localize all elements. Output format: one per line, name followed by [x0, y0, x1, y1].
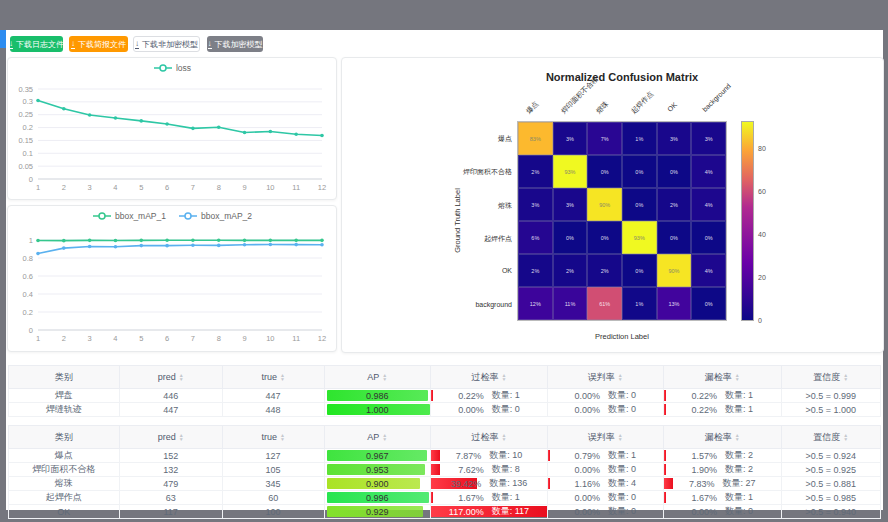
line-chart-plot: 00.050.10.150.20.250.30.3512345678910111…: [8, 58, 336, 199]
matrix-cell: 0%: [622, 188, 657, 221]
table-row: 焊印面积不合格1321050.9537.62%数量: 80.00%数量: 01.…: [9, 463, 881, 477]
true-cell: 447: [222, 389, 324, 403]
svg-text:6: 6: [165, 334, 169, 343]
ap-cell: 0.996: [324, 491, 430, 505]
matrix-cell: 3%: [657, 122, 692, 155]
table-row: 焊盘4464470.9860.22%数量: 10.00%数量: 00.22%数量…: [9, 389, 881, 403]
column-header-漏检率[interactable]: 漏检率▲▼: [663, 366, 781, 389]
rate-bar: [431, 450, 440, 461]
sort-icon[interactable]: ▲▼: [179, 433, 184, 441]
download-button-3[interactable]: ↓下载非加密模型: [133, 36, 200, 52]
matrix-cell: 0%: [587, 155, 622, 188]
rate-cell: 0.00%数量: 0: [547, 491, 663, 505]
column-header-置信度[interactable]: 置信度▲▼: [781, 426, 880, 449]
sort-icon[interactable]: ▲▼: [843, 373, 848, 381]
svg-text:0.15: 0.15: [18, 136, 33, 145]
svg-text:0.2: 0.2: [23, 123, 33, 132]
pred-cell: 152: [119, 449, 222, 463]
svg-text:11: 11: [292, 334, 300, 343]
svg-text:0.6: 0.6: [23, 272, 33, 281]
metrics-table: 类别pred▲▼true▲▼AP▲▼过检率▲▼误判率▲▼漏检率▲▼置信度▲▼爆点…: [8, 425, 881, 519]
column-header-pred[interactable]: pred▲▼: [119, 426, 222, 449]
sort-icon[interactable]: ▲▼: [618, 433, 623, 441]
sort-icon[interactable]: ▲▼: [280, 373, 285, 381]
column-header-过检率[interactable]: 过检率▲▼: [431, 426, 548, 449]
column-header-true[interactable]: true▲▼: [222, 366, 324, 389]
matrix-cell: 4%: [691, 254, 726, 287]
rate-bar: [664, 404, 666, 415]
rate-cell: 0.00%数量: 0: [547, 389, 663, 403]
true-cell: 448: [222, 403, 324, 417]
sort-icon[interactable]: ▲▼: [735, 373, 740, 381]
colorbar-tick: 80: [758, 145, 766, 152]
column-header-过检率[interactable]: 过检率▲▼: [431, 366, 548, 389]
sort-icon[interactable]: ▲▼: [382, 433, 387, 441]
svg-text:2: 2: [62, 334, 66, 343]
matrix-cell: 0%: [691, 287, 726, 320]
svg-text:0.1: 0.1: [23, 149, 33, 158]
matrix-row-label: 熔珠: [390, 201, 512, 211]
svg-text:1: 1: [36, 183, 40, 192]
true-cell: 127: [222, 449, 324, 463]
sort-icon[interactable]: ▲▼: [501, 433, 506, 441]
matrix-cell: 0%: [587, 221, 622, 254]
pred-cell: 132: [119, 463, 222, 477]
rate-bar: [431, 492, 433, 503]
download-button-2[interactable]: ↓下载简报文件: [69, 36, 128, 52]
matrix-cell: 2%: [518, 155, 553, 188]
matrix-row-label: OK: [390, 267, 512, 274]
column-header-pred[interactable]: pred▲▼: [119, 366, 222, 389]
colorbar: [741, 121, 754, 321]
svg-text:10: 10: [266, 334, 274, 343]
matrix-cell: 0%: [657, 221, 692, 254]
sort-icon[interactable]: ▲▼: [501, 373, 506, 381]
rate-cell: 39.42%数量: 136: [431, 477, 548, 491]
rate-cell: 1.57%数量: 2: [663, 449, 781, 463]
sort-icon[interactable]: ▲▼: [843, 433, 848, 441]
rate-bar: [664, 450, 666, 461]
column-header-AP[interactable]: AP▲▼: [324, 366, 430, 389]
column-header-漏检率[interactable]: 漏检率▲▼: [663, 426, 781, 449]
matrix-cell: 1%: [622, 122, 657, 155]
matrix-col-label: 爆点: [524, 99, 541, 116]
rate-cell: 0.00%数量: 0: [431, 403, 548, 417]
matrix-cell: 3%: [553, 188, 588, 221]
svg-text:0.2: 0.2: [23, 308, 33, 317]
matrix-cell: 0%: [691, 221, 726, 254]
svg-text:5: 5: [139, 334, 143, 343]
rate-cell: 0.22%数量: 1: [663, 403, 781, 417]
column-header-true[interactable]: true▲▼: [222, 426, 324, 449]
table-row: OK1171000.929117.00%数量: 1170.00%数量: 00.0…: [9, 505, 881, 519]
matrix-cell: 83%: [518, 122, 553, 155]
matrix-cell: 61%: [587, 287, 622, 320]
rate-bar: [548, 478, 550, 489]
sort-icon[interactable]: ▲▼: [280, 433, 285, 441]
metrics-tables: 类别pred▲▼true▲▼AP▲▼过检率▲▼误判率▲▼漏检率▲▼置信度▲▼焊盘…: [8, 365, 881, 519]
column-header-AP[interactable]: AP▲▼: [324, 426, 430, 449]
rate-cell: 7.87%数量: 10: [431, 449, 548, 463]
button-label: 下载加密模型: [215, 39, 263, 50]
column-header-置信度[interactable]: 置信度▲▼: [781, 366, 880, 389]
rate-cell: 7.62%数量: 8: [431, 463, 548, 477]
matrix-row-label: 焊印面积不合格: [390, 167, 512, 177]
column-header-误判率[interactable]: 误判率▲▼: [547, 426, 663, 449]
svg-text:3: 3: [88, 183, 92, 192]
sort-icon[interactable]: ▲▼: [382, 373, 387, 381]
download-button-4[interactable]: ↓下载加密模型: [207, 36, 263, 52]
button-label: 下载非加密模型: [142, 39, 198, 50]
sort-icon[interactable]: ▲▼: [618, 373, 623, 381]
column-header-误判率[interactable]: 误判率▲▼: [547, 366, 663, 389]
svg-text:12: 12: [318, 183, 326, 192]
download-icon: ↓: [135, 40, 139, 49]
sort-icon[interactable]: ▲▼: [179, 373, 184, 381]
matrix-cell: 13%: [657, 287, 692, 320]
rate-cell: 0.79%数量: 1: [547, 449, 663, 463]
button-label: 下载日志文件: [16, 39, 64, 50]
svg-text:12: 12: [318, 334, 326, 343]
prediction-label-axis: Prediction Label: [517, 332, 727, 341]
metrics-table: 类别pred▲▼true▲▼AP▲▼过检率▲▼误判率▲▼漏检率▲▼置信度▲▼焊盘…: [8, 365, 881, 417]
rate-bar: [548, 450, 550, 461]
sort-icon[interactable]: ▲▼: [735, 433, 740, 441]
class-cell: 起焊作点: [9, 491, 120, 505]
download-button-1[interactable]: ↓下载日志文件: [10, 36, 63, 52]
